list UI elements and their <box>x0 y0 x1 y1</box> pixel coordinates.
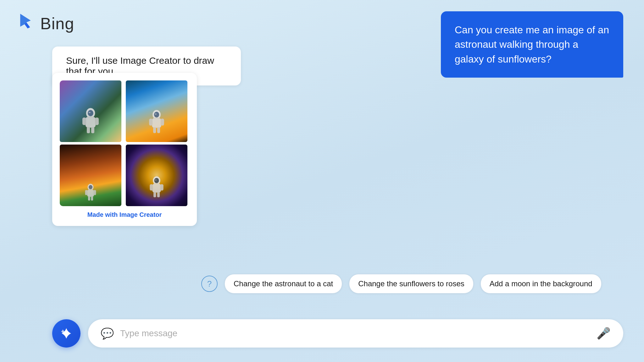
astronaut-figure-2 <box>148 109 165 136</box>
svg-rect-24 <box>153 184 161 193</box>
bing-logo-icon <box>16 13 35 35</box>
svg-rect-2 <box>82 118 86 125</box>
svg-point-30 <box>155 179 157 180</box>
message-input-box[interactable]: 💬 Type message 🎤 <box>88 319 623 348</box>
microphone-icon[interactable]: 🎤 <box>597 327 611 340</box>
user-message-text: Can you create me an image of an astrona… <box>455 24 609 65</box>
input-area: 💬 Type message 🎤 <box>52 319 623 348</box>
image-credit: Made with Image Creator <box>60 211 189 218</box>
app-container: Bing Can you create me an image of an as… <box>0 0 644 362</box>
bing-sparkle-icon <box>59 326 74 341</box>
svg-point-7 <box>89 112 91 113</box>
astronaut-figure-3 <box>84 183 97 203</box>
svg-rect-9 <box>152 118 161 128</box>
svg-rect-4 <box>87 127 90 133</box>
bing-chat-button[interactable] <box>52 319 80 348</box>
svg-rect-12 <box>153 127 156 133</box>
svg-rect-1 <box>86 117 96 128</box>
svg-point-29 <box>154 178 159 183</box>
svg-rect-20 <box>88 196 90 200</box>
suggestion-chip-3[interactable]: Add a moon in the background <box>480 274 602 293</box>
svg-rect-28 <box>157 192 160 197</box>
svg-rect-27 <box>153 192 156 197</box>
generated-image-3[interactable] <box>60 145 121 206</box>
suggestion-chip-2[interactable]: Change the sunflowers to roses <box>349 274 474 293</box>
header: Bing <box>16 13 74 35</box>
generated-image-2[interactable] <box>126 80 187 142</box>
astronaut-figure-4 <box>149 175 164 200</box>
svg-rect-25 <box>150 184 153 190</box>
svg-point-15 <box>155 113 157 115</box>
image-creator-link[interactable]: Image Creator <box>119 211 162 218</box>
svg-rect-18 <box>85 190 88 195</box>
svg-rect-5 <box>91 127 94 133</box>
svg-rect-3 <box>95 118 99 125</box>
svg-point-6 <box>88 110 93 116</box>
help-icon-button[interactable]: ? <box>201 276 218 292</box>
svg-point-14 <box>154 112 159 118</box>
svg-rect-10 <box>149 119 153 126</box>
image-grid-container: Made with Image Creator <box>52 73 197 226</box>
generated-image-4[interactable] <box>126 145 187 206</box>
svg-rect-13 <box>157 127 160 133</box>
suggestion-chip-1[interactable]: Change the astronaut to a cat <box>225 274 342 293</box>
svg-rect-11 <box>161 119 164 126</box>
svg-point-22 <box>89 185 92 189</box>
suggestion-chips-row: ? Change the astronaut to a cat Change t… <box>201 274 602 293</box>
astronaut-figure-1 <box>81 107 100 136</box>
image-grid <box>60 80 189 206</box>
generated-image-1[interactable] <box>60 80 121 142</box>
svg-rect-19 <box>93 190 96 195</box>
svg-rect-17 <box>87 190 94 197</box>
app-title: Bing <box>40 14 74 33</box>
svg-rect-21 <box>91 196 93 200</box>
message-bubble-icon: 💬 <box>101 327 114 340</box>
svg-rect-26 <box>160 184 164 190</box>
message-input-placeholder[interactable]: Type message <box>120 328 590 338</box>
user-message-bubble: Can you create me an image of an astrona… <box>441 11 623 78</box>
